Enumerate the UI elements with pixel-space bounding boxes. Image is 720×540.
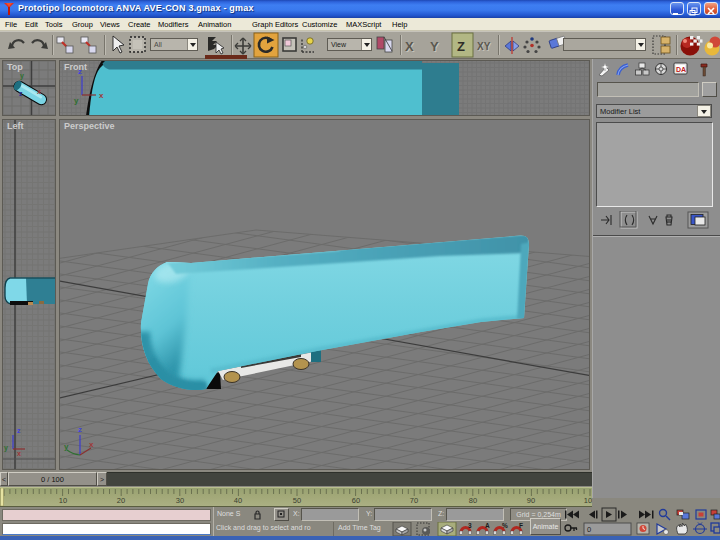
svg-text:XY: XY	[477, 41, 491, 52]
svg-text:40: 40	[234, 496, 242, 505]
svg-text:z: z	[17, 427, 21, 434]
svg-text:%: %	[502, 522, 508, 529]
svg-text:z: z	[19, 90, 23, 97]
svg-text:Y: Y	[430, 39, 439, 54]
svg-text:x: x	[37, 88, 41, 95]
svg-text:y: y	[64, 442, 69, 451]
svg-text:Z: Z	[457, 39, 465, 54]
svg-text:X: X	[405, 39, 414, 54]
svg-text:70: 70	[410, 496, 418, 505]
svg-text:y: y	[4, 444, 8, 452]
svg-text:0: 0	[587, 525, 591, 534]
svg-text:z: z	[78, 425, 82, 434]
svg-text:30: 30	[176, 496, 184, 505]
svg-text:x: x	[89, 440, 94, 449]
svg-text:100: 100	[584, 496, 592, 505]
svg-text:y: y	[74, 96, 79, 105]
svg-text:x: x	[17, 450, 21, 457]
svg-text:50: 50	[293, 496, 301, 505]
svg-text:60: 60	[352, 496, 360, 505]
svg-text:DA: DA	[676, 66, 686, 73]
svg-text:20: 20	[117, 496, 125, 505]
svg-text:y: y	[20, 72, 24, 80]
svg-text:10: 10	[59, 496, 67, 505]
svg-text:80: 80	[469, 496, 477, 505]
svg-text:90: 90	[527, 496, 535, 505]
svg-text:3: 3	[468, 522, 472, 529]
svg-text:x: x	[99, 91, 104, 100]
svg-text:F: F	[519, 522, 523, 529]
svg-text:A: A	[485, 522, 490, 529]
